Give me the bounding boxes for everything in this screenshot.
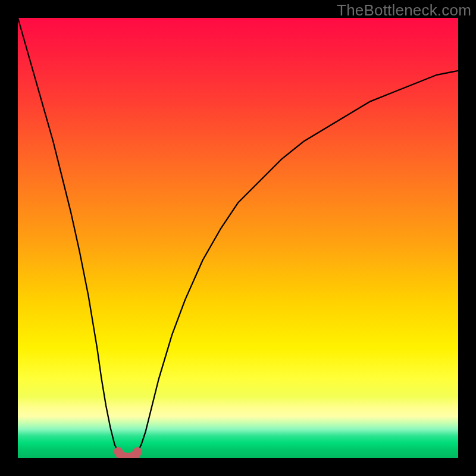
curve-u-segment <box>118 452 138 458</box>
plot-area <box>18 18 458 458</box>
watermark-text: TheBottleneck.com <box>337 1 471 20</box>
chart-frame: TheBottleneck.com <box>0 0 476 476</box>
curve-right-branch <box>137 71 458 452</box>
curve-left-branch <box>18 18 118 452</box>
curve-layer <box>18 18 458 458</box>
